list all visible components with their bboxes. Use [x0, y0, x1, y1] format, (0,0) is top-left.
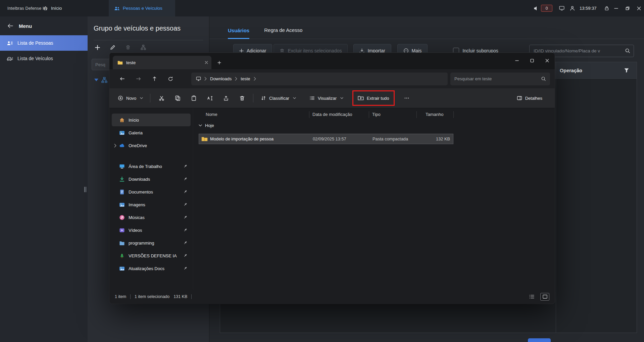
divider	[94, 40, 203, 40]
chevron-right-icon[interactable]	[114, 144, 116, 147]
details-pane-button[interactable]: Detalhes	[512, 91, 547, 105]
explorer-nav-onedrive[interactable]: OneDrive	[112, 139, 191, 152]
up-button[interactable]	[146, 73, 162, 85]
sidebar-item-lista-de-pessoas[interactable]: Lista de Pessoas	[0, 35, 88, 51]
computer-icon[interactable]	[196, 76, 201, 81]
thumbnail-view-icon	[543, 295, 547, 299]
zip-folder-icon	[201, 136, 208, 141]
details-view-toggle[interactable]	[527, 293, 536, 301]
breadcrumb[interactable]: Downloads teste	[191, 73, 448, 85]
chevron-down-icon	[340, 97, 343, 99]
explorer-nav-musicas[interactable]: Músicas	[112, 211, 191, 224]
column-header-nome[interactable]: Nome	[206, 110, 217, 120]
explorer-close-button[interactable]	[540, 53, 555, 68]
refresh-button[interactable]	[162, 73, 179, 85]
explorer-nav-versoes-defense-ia[interactable]: VERSÕES DEFENSE IA	[112, 249, 191, 262]
edit-group-icon[interactable]	[110, 45, 115, 50]
app-close-button[interactable]	[637, 0, 641, 16]
explorer-statusbar: 1 item 1 item selecionado 131 KB	[109, 290, 555, 304]
tab-inicio-label: Início	[51, 6, 62, 11]
explorer-nav-imagens[interactable]: Imagens	[112, 198, 191, 211]
pin-icon	[183, 241, 187, 245]
explorer-tab-teste[interactable]: teste	[113, 56, 211, 69]
new-button[interactable]: Novo	[113, 91, 147, 105]
column-header-tipo[interactable]: Tipo	[372, 110, 381, 120]
filter-icon[interactable]	[624, 68, 629, 73]
chevron-down-icon[interactable]	[199, 124, 202, 127]
pin-icon	[183, 164, 187, 168]
music-icon	[119, 215, 125, 220]
search-icon[interactable]	[541, 76, 546, 81]
pagination-button[interactable]	[528, 338, 551, 342]
explorer-nav-atualizacoes-docs[interactable]: Atualizações Docs	[112, 262, 191, 275]
vehicle-list-icon	[7, 56, 13, 61]
explorer-titlebar[interactable]: teste	[109, 53, 555, 69]
tree-expand-caret[interactable]	[94, 79, 98, 81]
column-header-tamanho[interactable]: Tamanho	[426, 110, 443, 120]
explorer-minimize-button[interactable]	[509, 53, 525, 68]
forward-button[interactable]	[130, 73, 146, 85]
org-structure-icon[interactable]	[141, 45, 146, 50]
sidebar-collapse-handle[interactable]	[84, 187, 86, 192]
explorer-nav-videos[interactable]: Vídeos	[112, 224, 191, 237]
back-arrow-icon[interactable]	[7, 23, 13, 29]
file-explorer-window: teste	[109, 53, 555, 304]
explorer-maximize-button[interactable]	[525, 53, 540, 68]
column-divider	[556, 62, 556, 333]
group-tree-row[interactable]	[94, 77, 107, 83]
display-icon[interactable]	[559, 0, 564, 16]
new-tab-button[interactable]	[214, 57, 224, 68]
tab-pessoas-veiculos[interactable]: Pessoas e Veículos	[109, 0, 175, 16]
copy-button[interactable]	[169, 91, 186, 105]
lock-icon[interactable]	[604, 0, 609, 16]
sidebar-item-lista-de-veiculos[interactable]: Lista de Veículos	[0, 51, 88, 66]
pin-icon	[183, 228, 187, 232]
view-button[interactable]: Visualizar	[305, 91, 348, 105]
volume-icon[interactable]	[534, 0, 539, 16]
app-restore-button[interactable]	[626, 0, 630, 16]
explorer-nav-galeria[interactable]: Galeria	[112, 126, 191, 139]
app-titlebar: Intelbras Defense IA Início Pessoas e Ve…	[0, 0, 644, 16]
paste-button[interactable]	[186, 91, 202, 105]
clock: 13:59:37	[580, 0, 597, 16]
file-type: Pasta compactada	[373, 134, 408, 144]
tab-close-icon[interactable]	[205, 61, 208, 64]
circled-plus-icon	[118, 95, 123, 101]
search-icon[interactable]	[625, 48, 630, 53]
folder-icon	[119, 240, 125, 246]
delete-button[interactable]	[234, 91, 250, 105]
operation-column-header: Operação	[560, 62, 582, 79]
explorer-nav-documentos[interactable]: Documentos	[112, 185, 191, 198]
group-header-hoje[interactable]: Hoje	[199, 123, 214, 128]
explorer-search-input[interactable]	[454, 76, 541, 81]
chevron-right-icon	[204, 77, 207, 81]
breadcrumb-downloads[interactable]: Downloads	[210, 76, 232, 81]
explorer-nav-inicio[interactable]: Início	[112, 114, 191, 126]
tab-usuarios[interactable]: Usuários	[228, 28, 249, 39]
explorer-nav-programming[interactable]: programming	[112, 237, 191, 249]
pin-icon	[183, 254, 187, 258]
explorer-nav-downloads[interactable]: Downloads	[112, 173, 191, 185]
group-panel-title: Grupo de veículos e pessoas	[94, 25, 181, 32]
back-button[interactable]	[114, 73, 130, 85]
tab-inicio[interactable]: Início	[38, 0, 67, 16]
explorer-search	[450, 73, 550, 85]
app-minimize-button[interactable]	[614, 0, 618, 16]
sort-button[interactable]: Classificar	[256, 91, 300, 105]
tab-regra-de-acesso[interactable]: Regra de Acesso	[264, 27, 302, 39]
add-group-icon[interactable]	[95, 45, 100, 50]
column-header-data[interactable]: Data de modificação	[312, 110, 352, 120]
file-row-selected[interactable]: Modelo de importação de pessoa 02/09/202…	[199, 134, 453, 144]
cut-button[interactable]	[153, 91, 169, 105]
thumbnail-view-toggle[interactable]	[540, 293, 549, 301]
share-button[interactable]	[218, 91, 234, 105]
sidebar-item-label: Lista de Veículos	[17, 56, 53, 61]
breadcrumb-teste[interactable]: teste	[241, 76, 250, 81]
toolbar-more-button[interactable]	[399, 91, 415, 105]
explorer-nav-area-de-trabalho[interactable]: Área de Trabalho	[112, 160, 191, 173]
rename-button[interactable]	[202, 91, 218, 105]
delete-group-icon[interactable]	[126, 45, 131, 50]
extract-all-button[interactable]: Extrair tudo	[353, 91, 393, 105]
group-node-icon	[101, 77, 107, 83]
user-icon[interactable]	[570, 0, 575, 16]
